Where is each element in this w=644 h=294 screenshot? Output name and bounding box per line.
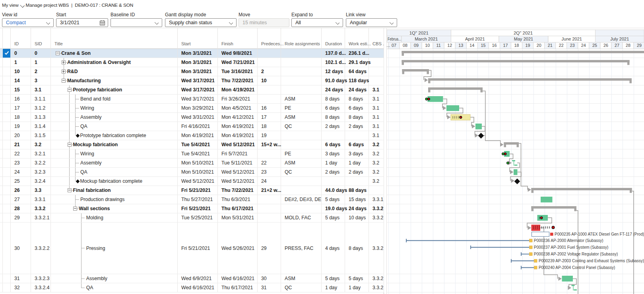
column-header-work[interactable]: Work esti...	[345, 28, 369, 49]
table-row[interactable]: 213.2Mockup fabricationTue 5/4/2021Wed 5…	[0, 140, 384, 149]
cell-sel[interactable]	[3, 168, 11, 176]
cell-sel[interactable]	[3, 186, 11, 195]
gantt-task-bar[interactable]	[541, 197, 553, 203]
table-row[interactable]: 273.3.1Production drawingsThu 5/27/2021T…	[0, 195, 384, 204]
gantt-task-bar[interactable]	[451, 114, 470, 120]
baseline-id-select[interactable]	[111, 18, 162, 27]
cell-sel[interactable]	[3, 49, 11, 58]
collapse-icon[interactable]	[73, 207, 77, 211]
table-row[interactable]: 263.3Final fabricationFri 5/21/2021Thu 7…	[0, 186, 384, 195]
gantt-task-bar[interactable]	[514, 169, 518, 175]
expand-to-select[interactable]: All	[291, 18, 343, 27]
column-header-sid[interactable]: SID	[31, 28, 51, 49]
material-yellow-square-icon[interactable]	[530, 239, 533, 242]
cell-sel[interactable]	[3, 76, 11, 85]
view-id-select[interactable]: Compact	[2, 18, 54, 27]
column-header-finish[interactable]: Finish	[218, 28, 258, 49]
collapse-icon[interactable]	[68, 143, 72, 147]
table-row[interactable]: 233.2.2AssemblyMon 5/10/2021Tue 5/11/202…	[0, 159, 384, 168]
table-row[interactable]: 193.1.4QAFri 4/16/2021Mon 4/19/202118QC2…	[0, 122, 384, 131]
column-header-duration[interactable]: Duration	[322, 28, 345, 49]
expand-icon[interactable]	[62, 60, 66, 64]
cell-sel[interactable]	[3, 113, 11, 122]
calendar-icon[interactable]	[99, 20, 105, 26]
chevron-down-icon[interactable]	[19, 2, 25, 9]
cell-sel[interactable]	[3, 104, 11, 112]
table-row[interactable]: 153.1Prototype fabricationWed 3/17/2021M…	[0, 85, 384, 95]
table-row[interactable]: 303.3.2.2PressingFri 5/21/2021Wed 5/26/2…	[0, 222, 384, 274]
gantt-task-bar[interactable]	[446, 105, 459, 111]
material-yellow-square-icon[interactable]	[534, 259, 537, 263]
column-header-gutter[interactable]	[0, 28, 3, 49]
cell-sel[interactable]	[3, 283, 11, 292]
gantt-task-bar[interactable]	[537, 215, 548, 221]
cell-text-start: Wed 6/16/2021	[181, 285, 214, 290]
table-row[interactable]: 143ManufacturingWed 3/17/2021Thu 7/22/20…	[0, 76, 384, 85]
collapse-icon[interactable]	[68, 88, 72, 92]
cell-text-sid: 3.3	[35, 188, 41, 193]
cell-sel[interactable]	[3, 149, 11, 158]
table-row[interactable]: 293.3.2.1MoldingTue 5/25/2021Mon 5/31/20…	[0, 213, 384, 222]
cell-sel[interactable]	[3, 140, 11, 149]
cell-sel[interactable]	[3, 177, 11, 186]
cell-sel[interactable]	[3, 58, 11, 67]
material-yellow-square-icon[interactable]	[530, 253, 533, 256]
cell-work: 6 days	[345, 140, 369, 149]
table-row[interactable]: 163.1.1Bend and foldWed 3/17/2021Fri 3/2…	[0, 95, 384, 104]
column-header-cbs[interactable]: CBS ...	[369, 28, 384, 49]
collapse-icon[interactable]	[56, 51, 60, 55]
column-header-start[interactable]: Start	[178, 28, 218, 49]
material-yellow-square-icon[interactable]	[530, 246, 533, 249]
collapse-icon[interactable]	[62, 79, 66, 83]
cell-sel[interactable]	[3, 131, 11, 140]
cell-sel[interactable]	[3, 222, 11, 274]
cell-sel[interactable]	[3, 195, 11, 204]
cell-id: 26	[11, 186, 31, 195]
cell-sel[interactable]	[3, 85, 11, 94]
cell-text-sid: 3.3.2	[35, 206, 45, 211]
cell-sel[interactable]	[3, 122, 11, 131]
gantt-task-bar[interactable]	[562, 276, 573, 282]
breadcrumb-page-title[interactable]: Manage project WBS	[26, 2, 69, 8]
collapse-icon[interactable]	[68, 188, 72, 192]
row-selected-checkbox[interactable]	[3, 49, 10, 58]
prod-outline-bar[interactable]	[532, 232, 549, 236]
column-header-id[interactable]: ID	[11, 28, 31, 49]
table-row[interactable]: 283.3.2Wall sectionsFri 5/21/2021Thu 6/1…	[0, 204, 384, 213]
breadcrumb-my-view[interactable]: My view	[2, 2, 19, 8]
table-row[interactable]: 203.1.5Prototype fabrication completeMon…	[0, 131, 384, 140]
table-row[interactable]: 253.2.4Mockup fabrication completeWed 5/…	[0, 177, 384, 186]
timeline-quarter-cell[interactable]	[596, 30, 644, 36]
table-row[interactable]: 323.3.2.4QAWed 6/16/2021Thu 6/17/202131Q…	[0, 283, 384, 292]
table-row[interactable]: 00Crane & SonMon 3/1/2021Wed 9/8/2021137…	[0, 49, 384, 58]
gantt-display-mode-select[interactable]: Supply chain status	[165, 18, 237, 27]
cell-text-duration: 102.1 d...	[325, 60, 346, 65]
task-title: Manufacturing	[67, 78, 101, 83]
cell-sel[interactable]	[3, 67, 11, 76]
table-row[interactable]: 223.2.1WiringTue 5/4/2021Fri 5/7/2021PE3…	[0, 149, 384, 159]
gantt-task-bar[interactable]	[425, 96, 443, 102]
link-view-select[interactable]: Angular	[346, 18, 397, 27]
table-row[interactable]: 11Administration & OversightMon 3/1/2021…	[0, 58, 384, 67]
table-row[interactable]: 313.3.2.3AssemblyWed 6/9/2021Wed 6/16/20…	[0, 274, 384, 283]
start-date-input[interactable]: 3/1/2021	[56, 18, 108, 27]
cell-text-duration: 12 days	[325, 69, 343, 74]
gantt-task-bar[interactable]	[475, 124, 482, 130]
column-header-pred[interactable]: Predeces...	[258, 28, 281, 49]
table-row[interactable]: 183.1.3AssemblyWed 3/31/2021Mon 4/12/202…	[0, 113, 384, 122]
expand-icon[interactable]	[62, 70, 66, 74]
column-header-title[interactable]: Title	[51, 28, 178, 49]
material-yellow-square-icon[interactable]	[534, 266, 537, 269]
column-header-sel[interactable]	[3, 28, 11, 49]
cell-sel[interactable]	[3, 274, 11, 283]
cell-sel[interactable]	[3, 204, 11, 213]
cell-sel[interactable]	[3, 95, 11, 103]
table-row[interactable]: 173.1.2WiringMon 3/29/2021Mon 4/5/202116…	[0, 104, 384, 113]
cell-sel[interactable]	[3, 159, 11, 167]
cell-sel[interactable]	[3, 213, 11, 222]
column-header-role[interactable]: Role assignments	[281, 28, 322, 49]
cell-start: Wed 3/17/2021	[178, 95, 218, 103]
table-row[interactable]: 243.2.3QAMon 5/10/2021Wed 5/12/202123QC2…	[0, 168, 384, 177]
timeline-week-label: 07	[392, 43, 396, 48]
table-row[interactable]: 102R&DMon 3/1/2021Tue 3/16/2021212 days6…	[0, 67, 384, 76]
